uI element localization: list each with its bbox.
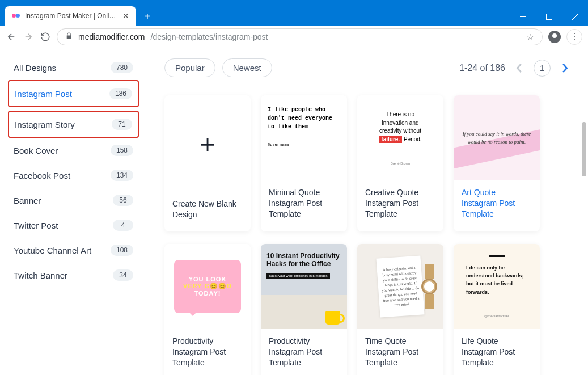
template-thumbnail: A busy calendar and a busy mind will des… <box>357 244 443 329</box>
page-range: 1-24 of 186 <box>459 63 505 73</box>
template-card[interactable]: There is noinnovation andcreativity with… <box>357 95 443 231</box>
template-thumbnail: 10 Instant Productivity Hacks for the Of… <box>261 244 347 329</box>
filter-newest[interactable]: Newest <box>222 58 272 77</box>
svg-rect-0 <box>546 14 552 19</box>
sidebar-item-label: Youtube Channel Art <box>14 246 91 255</box>
reload-button[interactable] <box>40 31 51 43</box>
browser-menu-button[interactable]: ⋮ <box>566 29 582 45</box>
sidebar-item-label: Book Cover <box>14 146 58 155</box>
sidebar-item-count: 158 <box>111 145 133 156</box>
template-card[interactable]: 10 Instant Productivity Hacks for the Of… <box>261 244 347 375</box>
sidebar-item-count: 108 <box>111 245 133 256</box>
url-path: /design-templates/instagram-post <box>151 32 268 41</box>
filter-popular[interactable]: Popular <box>164 58 215 77</box>
new-tab-button[interactable]: + <box>136 10 159 26</box>
forward-button[interactable] <box>23 31 34 43</box>
sidebar-item-all-designs[interactable]: All Designs780 <box>8 55 139 80</box>
sidebar-item-label: Facebook Post <box>14 171 70 180</box>
template-title: Life Quote Instagram Post Template <box>454 329 540 375</box>
sidebar-item-book-cover[interactable]: Book Cover158 <box>8 138 139 163</box>
close-icon[interactable]: ✕ <box>122 11 129 20</box>
template-card[interactable]: Life can only be understood backwards; b… <box>454 244 540 375</box>
template-title: Create New Blank Design <box>164 192 251 231</box>
template-card[interactable]: YOU LOOKVERY G😊😊DTODAY!Productivity Inst… <box>164 244 251 375</box>
plus-icon: ＋ <box>195 127 220 161</box>
sidebar-item-label: Banner <box>14 196 41 205</box>
browser-titlebar: Instagram Post Maker | Online Te ✕ + <box>0 0 588 26</box>
template-thumbnail: If you could say it in words, there woul… <box>454 95 540 180</box>
sidebar-item-youtube-channel-art[interactable]: Youtube Channel Art108 <box>8 238 139 263</box>
sidebar-item-count: 134 <box>111 170 133 181</box>
template-thumbnail: There is noinnovation andcreativity with… <box>357 95 443 180</box>
url-domain: mediamodifier.com <box>78 32 145 41</box>
template-title: Minimal Quote Instagram Post Template <box>261 180 347 231</box>
favicon-icon <box>11 11 20 20</box>
minimize-button[interactable] <box>510 7 536 26</box>
sidebar-item-twitch-banner[interactable]: Twitch Banner34 <box>8 263 139 288</box>
sidebar-item-label: Instagram Post <box>15 89 72 99</box>
sidebar-item-instagram-story[interactable]: Instagram Story71 <box>8 111 139 138</box>
page-prev-button[interactable] <box>513 63 526 73</box>
template-gallery: Popular Newest 1-24 of 186 1 ＋Create New… <box>147 48 588 375</box>
sidebar-item-label: Twitch Banner <box>14 271 67 280</box>
template-card[interactable]: If you could say it in words, there woul… <box>454 95 540 231</box>
sidebar-item-twitter-post[interactable]: Twitter Post4 <box>8 213 139 238</box>
template-card[interactable]: ＋Create New Blank Design <box>164 95 251 231</box>
lock-icon <box>65 32 73 41</box>
pagination: 1-24 of 186 1 <box>459 60 571 77</box>
sidebar-item-count: 34 <box>113 269 133 281</box>
template-title: Creative Quote Instagram Post Template <box>357 180 443 231</box>
sidebar-item-count: 56 <box>113 195 133 206</box>
sidebar-item-instagram-post[interactable]: Instagram Post186 <box>8 80 139 107</box>
template-title: Productivity Instagram Post Template <box>164 329 251 375</box>
sidebar-item-label: All Designs <box>14 63 56 73</box>
sidebar-item-label: Twitter Post <box>14 221 58 230</box>
category-sidebar: All Designs780Instagram Post186Instagram… <box>0 48 147 375</box>
address-bar[interactable]: mediamodifier.com/design-templates/insta… <box>57 28 543 45</box>
template-card[interactable]: I like people who don't need everyone to… <box>261 95 347 231</box>
template-thumbnail: ＋ <box>164 95 251 192</box>
sidebar-item-banner[interactable]: Banner56 <box>8 188 139 213</box>
sidebar-item-count: 71 <box>112 119 132 130</box>
template-title: Art Quote Instagram Post Template <box>454 180 540 231</box>
sidebar-item-count: 780 <box>111 62 133 73</box>
template-card[interactable]: A busy calendar and a busy mind will des… <box>357 244 443 375</box>
tab-title: Instagram Post Maker | Online Te <box>25 12 118 20</box>
browser-tab[interactable]: Instagram Post Maker | Online Te ✕ <box>5 6 136 26</box>
page-next-button[interactable] <box>559 63 571 73</box>
template-thumbnail: I like people who don't need everyone to… <box>261 95 347 180</box>
browser-toolbar: mediamodifier.com/design-templates/insta… <box>0 26 588 48</box>
sidebar-item-facebook-post[interactable]: Facebook Post134 <box>8 163 139 188</box>
template-thumbnail: YOU LOOKVERY G😊😊DTODAY! <box>164 244 251 329</box>
template-thumbnail: Life can only be understood backwards; b… <box>454 244 540 329</box>
back-button[interactable] <box>6 31 17 43</box>
scrollbar-thumb[interactable] <box>582 122 586 176</box>
close-window-button[interactable] <box>562 7 588 26</box>
bookmark-star-icon[interactable]: ☆ <box>527 32 534 41</box>
maximize-button[interactable] <box>536 7 562 26</box>
sidebar-item-count: 4 <box>113 220 133 231</box>
sidebar-item-label: Instagram Story <box>15 120 75 129</box>
profile-button[interactable] <box>548 31 561 43</box>
sidebar-item-count: 186 <box>109 88 132 99</box>
template-title: Productivity Instagram Post Template <box>261 329 347 375</box>
template-title: Time Quote Instagram Post Template <box>357 329 443 375</box>
page-current: 1 <box>534 60 551 77</box>
